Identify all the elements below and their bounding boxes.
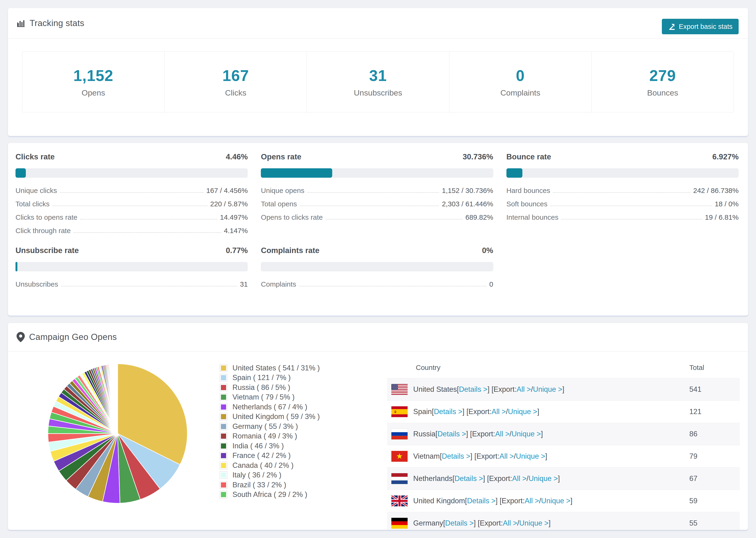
rates-card: Clicks rate 4.46% Unique clicks167 / 4.4… [8, 143, 748, 316]
details-link[interactable]: Details > [459, 385, 487, 394]
kv-total-clicks: Total clicks220 / 5.87% [16, 197, 248, 210]
export-unique-link[interactable]: Unique > [528, 474, 558, 483]
opens-rate-value: 30.736% [462, 152, 493, 161]
clicks-rate-block: Clicks rate 4.46% Unique clicks167 / 4.4… [16, 152, 248, 237]
map-pin-icon [17, 332, 25, 342]
total-cell: 79 [689, 452, 740, 460]
geo-opens-pie-chart [46, 362, 189, 505]
legend-item-south-africa[interactable]: South Africa ( 29 / 2% ) [220, 490, 320, 500]
column-header-country: Country [387, 364, 689, 372]
legend-item-united-states[interactable]: United States ( 541 / 31% ) [220, 363, 320, 373]
bounce-rate-title: Bounce rate [507, 152, 551, 161]
total-cell: 121 [689, 407, 740, 416]
export-all-link[interactable]: All > [495, 430, 510, 438]
campaign-geo-opens-card: Campaign Geo Opens United States ( 541 /… [8, 323, 748, 530]
stat-bounces: 279 Bounces [591, 52, 734, 112]
campaign-stats-page: { "tracking": { "title": "Tracking stats… [0, 0, 756, 538]
details-link[interactable]: Details > [455, 474, 483, 483]
legend-item-spain[interactable]: Spain ( 121 / 7% ) [220, 373, 320, 383]
legend-item-france[interactable]: France ( 42 / 2% ) [220, 451, 320, 461]
legend-item-netherlands[interactable]: Netherlands ( 67 / 4% ) [220, 402, 320, 412]
complaints-rate-title: Complaints rate [261, 246, 319, 255]
stat-clicks-value: 167 [222, 67, 249, 84]
legend-item-brazil[interactable]: Brazil ( 33 / 2% ) [220, 480, 320, 490]
total-cell: 541 [689, 385, 740, 394]
pie-legend: United States ( 541 / 31% ) Spain ( 121 … [220, 363, 320, 500]
export-unique-link[interactable]: Unique > [516, 452, 545, 460]
netherlands-flag-icon [391, 473, 407, 484]
details-link[interactable]: Details > [434, 407, 462, 416]
table-header: Country Total [387, 357, 740, 378]
stat-clicks: 167 Clicks [164, 52, 307, 112]
export-all-link[interactable]: All > [512, 474, 526, 483]
legend-item-germany[interactable]: Germany ( 55 / 3% ) [220, 422, 320, 431]
bounce-rate-progress-fill [507, 168, 523, 178]
export-unique-link[interactable]: Unique > [512, 430, 541, 438]
table-row-united-kingdom: United Kingdom [Details >] [Export: All … [387, 490, 740, 512]
export-all-link[interactable]: All > [503, 519, 517, 527]
details-link[interactable]: Details > [445, 519, 473, 527]
export-all-link[interactable]: All > [491, 407, 506, 416]
table-row-spain: Spain [Details >] [Export: All > / Uniqu… [387, 401, 740, 423]
legend-item-canada[interactable]: Canada ( 40 / 2% ) [220, 460, 320, 470]
clicks-rate-title: Clicks rate [16, 152, 55, 161]
legend-item-romania[interactable]: Romania ( 49 / 3% ) [220, 431, 320, 441]
export-unique-link[interactable]: Unique > [508, 407, 537, 416]
total-cell: 67 [689, 474, 740, 483]
export-unique-link[interactable]: Unique > [541, 497, 570, 505]
stat-unsubscribes: 31 Unsubscribes [307, 52, 449, 112]
opens-rate-title: Opens rate [261, 152, 301, 161]
legend-item-italy[interactable]: Italy ( 36 / 2% ) [220, 470, 320, 480]
stat-opens-label: Opens [82, 88, 105, 97]
kv-internal-bounces: Internal bounces19 / 6.81% [507, 210, 739, 224]
opens-rate-progressbar [261, 168, 493, 178]
export-icon [668, 23, 675, 30]
table-rows: United States [Details >] [Export: All >… [387, 378, 740, 530]
complaints-rate-block: Complaints rate 0% Complaints0 [261, 245, 493, 290]
unsubscribe-rate-progress-fill [16, 262, 17, 271]
kv-unique-opens: Unique opens1,152 / 30.736% [261, 183, 493, 197]
bar-chart-icon [17, 19, 26, 28]
details-link[interactable]: Details > [437, 430, 466, 438]
geo-title: Campaign Geo Opens [29, 332, 117, 342]
export-all-link[interactable]: All > [499, 452, 514, 460]
unsubscribe-rate-value: 0.77% [226, 246, 248, 255]
kv-complaints: Complaints0 [261, 277, 493, 290]
legend-item-russia[interactable]: Russia ( 86 / 5% ) [220, 383, 320, 393]
stat-complaints-label: Complaints [500, 88, 540, 97]
kv-clicks-to-opens-rate: Clicks to opens rate14.497% [16, 210, 248, 224]
stat-bounces-value: 279 [649, 67, 676, 84]
geo-body: United States ( 541 / 31% ) Spain ( 121 … [8, 351, 748, 529]
complaints-rate-value: 0% [482, 246, 493, 255]
unsubscribe-rate-title: Unsubscribe rate [16, 246, 79, 255]
export-all-link[interactable]: All > [525, 497, 539, 505]
geo-country-table: Country Total United States [Details >] … [387, 357, 740, 530]
total-cell: 86 [689, 430, 740, 438]
export-basic-stats-button[interactable]: Export basic stats [662, 19, 739, 34]
clicks-rate-progressbar [16, 168, 248, 178]
russia-flag-icon [391, 429, 407, 439]
stat-unsubscribes-label: Unsubscribes [354, 88, 402, 97]
details-link[interactable]: Details > [442, 452, 470, 460]
total-cell: 59 [689, 497, 740, 505]
stat-complaints: 0 Complaints [449, 52, 591, 112]
stat-clicks-label: Clicks [225, 88, 246, 97]
details-link[interactable]: Details > [467, 497, 495, 505]
stat-unsubscribes-value: 31 [369, 67, 387, 84]
export-all-link[interactable]: All > [516, 385, 531, 394]
legend-item-vietnam[interactable]: Vietnam ( 79 / 5% ) [220, 393, 320, 402]
opens-rate-block: Opens rate 30.736% Unique opens1,152 / 3… [261, 152, 493, 237]
pie-slice-other[interactable] [117, 364, 118, 434]
stats-summary-row: 1,152 Opens 167 Clicks 31 Unsubscribes 0… [22, 51, 734, 112]
unsubscribe-rate-block: Unsubscribe rate 0.77% Unsubscribes31 [16, 245, 248, 290]
export-unique-link[interactable]: Unique > [519, 519, 549, 527]
bounce-rate-value: 6.927% [712, 152, 739, 161]
clicks-rate-progress-fill [16, 168, 26, 178]
opens-rate-progress-fill [261, 168, 332, 178]
legend-item-united-kingdom[interactable]: United Kingdom ( 59 / 3% ) [220, 412, 320, 422]
total-cell: 55 [689, 519, 740, 527]
export-unique-link[interactable]: Unique > [533, 385, 562, 394]
kv-click-through-rate: Click through rate4.147% [16, 224, 248, 237]
table-row-netherlands: Netherlands [Details >] [Export: All > /… [387, 467, 740, 490]
legend-item-india[interactable]: India ( 46 / 3% ) [220, 441, 320, 451]
